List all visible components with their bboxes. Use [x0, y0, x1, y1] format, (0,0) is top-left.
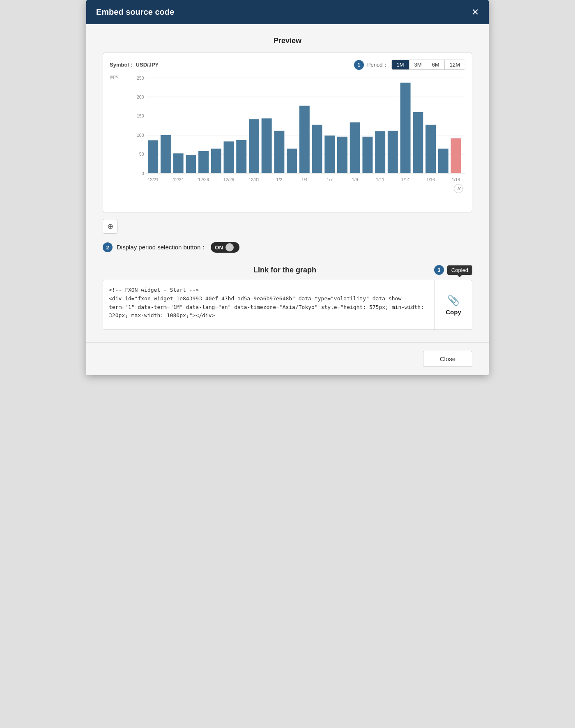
close-button[interactable]: Close [423, 351, 472, 367]
watermark: ✕ [454, 184, 463, 193]
code-textarea[interactable]: <!-- FXON widget - Start --> <div id="fx… [103, 280, 435, 329]
copied-badge: Copied [447, 265, 472, 275]
svg-text:1/14: 1/14 [401, 177, 410, 182]
svg-text:150: 150 [137, 113, 144, 118]
bar-22 [426, 125, 436, 173]
toggle-circle [225, 243, 234, 251]
bar-8 [249, 119, 259, 173]
bar-1 [161, 135, 171, 173]
bar-20 [400, 83, 411, 173]
y-axis-label: pips [110, 74, 118, 79]
svg-text:12/26: 12/26 [198, 177, 209, 182]
period-1m-button[interactable]: 1M [392, 60, 409, 69]
bar-18 [375, 131, 385, 173]
bar-6 [224, 141, 234, 173]
svg-text:0: 0 [142, 170, 144, 175]
zoom-icon[interactable]: ⊕ [103, 219, 117, 234]
period-label: Period： [367, 61, 388, 69]
modal-body: Preview Symbol： USD/JPY 1 Period： 1M 3M … [86, 24, 489, 342]
link-section: Link for the graph 3 Copied <!-- FXON wi… [103, 265, 472, 330]
bar-16 [350, 122, 360, 173]
bar-4 [198, 151, 209, 173]
link-section-header: Link for the graph 3 Copied [103, 265, 472, 275]
svg-text:1/9: 1/9 [352, 177, 358, 182]
svg-text:1/18: 1/18 [452, 177, 460, 182]
link-section-badge-wrap: 3 Copied [434, 265, 472, 275]
svg-text:250: 250 [137, 75, 144, 80]
copy-icon: 📎 [447, 295, 460, 306]
step-badge-2: 2 [103, 242, 113, 252]
step-badge-1: 1 [354, 60, 364, 70]
svg-text:200: 200 [137, 94, 144, 99]
bar-2 [173, 153, 184, 173]
copy-button-wrap[interactable]: 📎 Copy [435, 280, 472, 329]
bar-9 [262, 118, 272, 173]
chart-header: Symbol： USD/JPY 1 Period： 1M 3M 6M 12M [110, 60, 465, 70]
copy-button-label: Copy [446, 309, 461, 316]
link-section-title: Link for the graph [136, 266, 434, 274]
period-12m-button[interactable]: 12M [445, 60, 465, 69]
bar-13 [312, 125, 322, 173]
svg-text:100: 100 [137, 133, 144, 138]
svg-text:50: 50 [139, 152, 144, 157]
svg-text:1/2: 1/2 [276, 177, 283, 182]
svg-text:12/21: 12/21 [147, 177, 158, 182]
toggle-section: 2 Display period selection button： ON [103, 234, 472, 257]
bar-5 [211, 149, 221, 173]
bar-3 [186, 155, 196, 173]
close-x-button[interactable]: ✕ [472, 8, 479, 17]
svg-text:12/24: 12/24 [173, 177, 184, 182]
chart-area: pips 250 200 150 100 50 0 [110, 74, 465, 205]
svg-text:1/4: 1/4 [301, 177, 308, 182]
period-3m-button[interactable]: 3M [409, 60, 427, 69]
modal-header: Embed source code ✕ [86, 0, 489, 24]
zoom-icon-wrap: ⊕ [103, 219, 472, 234]
bar-7 [236, 140, 246, 173]
period-controls: 1 Period： 1M 3M 6M 12M [354, 60, 465, 70]
chart-svg: 250 200 150 100 50 0 [130, 74, 465, 193]
bar-21 [413, 112, 423, 173]
bar-24-highlight [451, 138, 461, 173]
preview-container: Symbol： USD/JPY 1 Period： 1M 3M 6M 12M p… [103, 53, 472, 212]
svg-text:12/31: 12/31 [248, 177, 259, 182]
symbol-value: USD/JPY [136, 62, 159, 68]
code-copy-area: <!-- FXON widget - Start --> <div id="fx… [103, 280, 472, 330]
svg-text:12/28: 12/28 [223, 177, 234, 182]
svg-text:1/16: 1/16 [426, 177, 435, 182]
modal-title: Embed source code [96, 7, 174, 17]
toggle-label: Display period selection button： [117, 244, 207, 251]
bar-0 [148, 140, 158, 173]
bar-15 [337, 137, 347, 173]
bar-14 [324, 136, 335, 173]
preview-title: Preview [103, 37, 472, 45]
modal-footer: Close [86, 342, 489, 375]
period-6m-button[interactable]: 6M [427, 60, 445, 69]
bar-23 [438, 149, 448, 173]
bar-17 [362, 137, 373, 173]
step-badge-3: 3 [434, 265, 444, 275]
embed-source-modal: Embed source code ✕ Preview Symbol： USD/… [86, 0, 489, 375]
svg-text:1/7: 1/7 [327, 177, 333, 182]
period-buttons: 1M 3M 6M 12M [391, 60, 465, 70]
bar-19 [388, 131, 398, 173]
bar-11 [287, 149, 297, 173]
toggle-on-text: ON [215, 244, 223, 251]
svg-text:1/11: 1/11 [376, 177, 384, 182]
symbol-label: Symbol： USD/JPY [110, 61, 159, 69]
bar-12 [299, 106, 310, 173]
toggle-switch[interactable]: ON [211, 242, 239, 253]
bar-10 [274, 131, 284, 173]
